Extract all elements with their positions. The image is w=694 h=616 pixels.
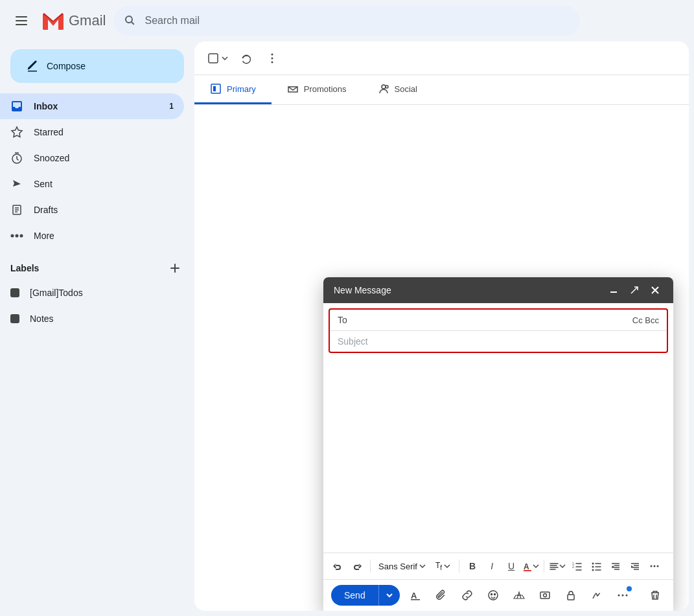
numbered-list-icon: 1. 2. xyxy=(572,561,582,571)
more-formatting-button[interactable] xyxy=(645,557,664,575)
tab-social[interactable]: Social xyxy=(362,75,433,104)
redo-icon xyxy=(352,561,362,571)
hamburger-button[interactable] xyxy=(10,10,32,32)
compose-subject-field xyxy=(330,331,667,352)
indent-increase-button[interactable] xyxy=(626,557,644,575)
indent-decrease-button[interactable] xyxy=(607,557,625,575)
label-item-gmail-todos[interactable]: [Gmail]Todos xyxy=(10,280,174,306)
text-color-button[interactable]: A xyxy=(522,557,540,575)
send-dropdown-button[interactable] xyxy=(378,585,400,606)
svg-rect-0 xyxy=(16,16,27,17)
sidebar-item-inbox[interactable]: Inbox 1 xyxy=(0,93,184,119)
tab-primary[interactable]: Primary xyxy=(194,75,272,104)
search-bar xyxy=(113,6,580,36)
indent-decrease-icon xyxy=(610,561,621,571)
italic-button[interactable]: I xyxy=(483,557,501,575)
sidebar-item-sent[interactable]: Sent xyxy=(0,171,184,197)
numbered-list-button[interactable]: 1. 2. xyxy=(568,557,586,575)
svg-point-20 xyxy=(592,569,594,571)
emoji-button[interactable] xyxy=(483,585,503,606)
compose-expand-button[interactable] xyxy=(627,282,642,298)
text-color-chevron xyxy=(533,563,539,569)
compose-close-button[interactable] xyxy=(647,282,663,298)
compose-header[interactable]: New Message xyxy=(323,277,673,303)
lock-button[interactable] xyxy=(561,585,581,606)
trash-icon xyxy=(649,589,661,601)
compose-body[interactable] xyxy=(323,358,673,553)
compose-window: New Message xyxy=(323,277,673,611)
tabs-bar: Primary Promotions xyxy=(194,75,689,105)
compose-to-field: To Cc Bcc xyxy=(330,310,667,331)
signature-button[interactable] xyxy=(586,585,607,606)
label-gmail-todos: [Gmail]Todos xyxy=(30,288,83,298)
refresh-icon xyxy=(240,52,252,64)
subject-input[interactable] xyxy=(338,336,659,347)
gmail-logo[interactable]: Gmail xyxy=(40,8,106,34)
photo-button[interactable] xyxy=(535,585,555,606)
label-item-notes[interactable]: Notes xyxy=(10,306,174,332)
link-button[interactable] xyxy=(457,585,478,606)
sidebar-item-starred[interactable]: Starred xyxy=(0,119,184,145)
fmt-separator-3 xyxy=(544,560,544,573)
font-size-dropdown[interactable]: Tf xyxy=(432,558,455,574)
send-chevron-icon xyxy=(386,591,393,599)
underline-label: U xyxy=(508,561,515,571)
align-chevron xyxy=(559,563,566,569)
sidebar-item-snoozed[interactable]: Snoozed xyxy=(0,145,184,171)
topbar: Gmail xyxy=(0,0,694,41)
drive-button[interactable] xyxy=(509,585,529,606)
italic-label: I xyxy=(491,561,493,571)
send-button[interactable]: Send xyxy=(331,585,378,606)
to-input[interactable] xyxy=(357,315,632,325)
undo-button[interactable] xyxy=(329,557,347,575)
bold-button[interactable]: B xyxy=(463,557,481,575)
close-icon xyxy=(651,286,660,295)
font-size-label: Tf xyxy=(435,561,442,571)
select-all-button[interactable] xyxy=(205,47,232,70)
social-tab-icon xyxy=(378,83,389,95)
bullet-list-button[interactable] xyxy=(587,557,605,575)
compose-formatting: Sans Serif Tf B xyxy=(323,553,673,579)
more-options-compose-button[interactable] xyxy=(612,585,633,606)
svg-point-9 xyxy=(272,61,273,63)
svg-point-12 xyxy=(382,85,386,89)
svg-point-27 xyxy=(491,594,492,595)
delete-compose-button[interactable] xyxy=(645,585,665,606)
toolbar xyxy=(194,41,689,75)
app-name: Gmail xyxy=(69,12,106,29)
inbox-label: Inbox xyxy=(34,101,58,111)
sent-label: Sent xyxy=(34,179,52,189)
refresh-button[interactable] xyxy=(235,47,258,70)
font-family-dropdown[interactable]: Sans Serif xyxy=(375,559,430,574)
align-icon xyxy=(549,561,559,571)
format-text-button[interactable]: A xyxy=(405,585,426,606)
cc-bcc-label[interactable]: Cc Bcc xyxy=(632,315,659,325)
attach-button[interactable] xyxy=(431,585,452,606)
labels-section: Labels [Gmail]Todos Notes xyxy=(0,249,194,337)
sidebar-item-drafts[interactable]: Drafts xyxy=(0,197,184,223)
compose-button[interactable]: Compose xyxy=(10,49,184,83)
svg-point-30 xyxy=(543,594,546,597)
svg-point-7 xyxy=(272,53,273,55)
svg-rect-25 xyxy=(411,599,420,600)
tab-promotions[interactable]: Promotions xyxy=(272,75,362,104)
svg-point-22 xyxy=(654,565,656,567)
to-label: To xyxy=(338,315,357,325)
align-button[interactable] xyxy=(548,557,566,575)
photo-icon xyxy=(539,589,551,601)
more-options-button[interactable] xyxy=(260,47,284,70)
sidebar-item-more[interactable]: More xyxy=(0,223,184,249)
expand-icon xyxy=(630,286,639,295)
search-input[interactable] xyxy=(145,15,570,27)
search-icon xyxy=(124,14,137,27)
underline-button[interactable]: U xyxy=(502,557,520,575)
more-options-compose-icon xyxy=(617,589,629,601)
svg-text:2.: 2. xyxy=(572,565,575,569)
redo-button[interactable] xyxy=(348,557,366,575)
svg-rect-31 xyxy=(568,595,574,600)
sidebar: Compose Inbox 1 Starred xyxy=(0,41,194,616)
add-label-button[interactable] xyxy=(166,259,184,277)
tab-primary-label: Primary xyxy=(227,84,256,94)
bullet-list-icon xyxy=(591,561,601,571)
compose-minimize-button[interactable] xyxy=(606,282,621,298)
